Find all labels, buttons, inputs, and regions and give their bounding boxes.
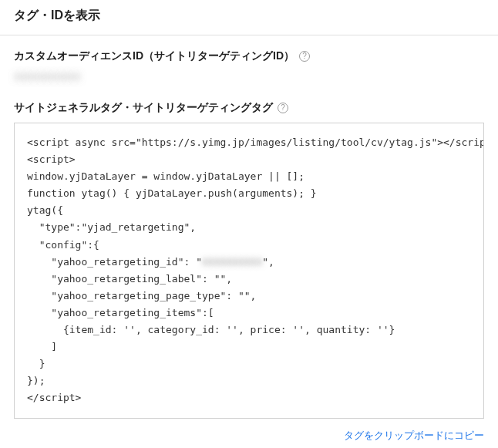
code-line: <script> bbox=[27, 153, 76, 165]
custom-audience-heading: カスタムオーディエンスID（サイトリターゲティングID） ? bbox=[14, 49, 484, 63]
code-line: "config":{ bbox=[27, 239, 99, 251]
site-tag-heading: サイトジェネラルタグ・サイトリターゲティングタグ ? bbox=[14, 101, 484, 115]
tag-code-box: <script async src="https://s.yimg.jp/ima… bbox=[14, 123, 484, 419]
code-line: <script async src="https://s.yimg.jp/ima… bbox=[27, 136, 484, 148]
code-line: window.yjDataLayer = window.yjDataLayer … bbox=[27, 170, 305, 182]
custom-audience-heading-text: カスタムオーディエンスID（サイトリターゲティングID） bbox=[14, 49, 294, 63]
code-line: "yahoo_retargeting_items":[ bbox=[27, 307, 214, 318]
copy-row: タグをクリップボードにコピー bbox=[0, 419, 498, 449]
code-line: {item_id: '', category_id: '', price: ''… bbox=[27, 324, 395, 335]
custom-audience-id-value: XXXXXXXXXX bbox=[14, 71, 484, 83]
site-tag-heading-text: サイトジェネラルタグ・サイトリターゲティングタグ bbox=[14, 101, 273, 115]
code-line: function ytag() { yjDataLayer.push(argum… bbox=[27, 187, 317, 199]
code-line: "type":"yjad_retargeting", bbox=[27, 221, 196, 233]
code-line: } bbox=[27, 358, 45, 369]
page-title: タグ・IDを表示 bbox=[0, 0, 498, 35]
copy-to-clipboard-link[interactable]: タグをクリップボードにコピー bbox=[344, 429, 484, 441]
code-line: ytag({ bbox=[27, 204, 63, 216]
content-area: カスタムオーディエンスID（サイトリターゲティングID） ? XXXXXXXXX… bbox=[0, 35, 498, 419]
code-line: "yahoo_retargeting_page_type": "", bbox=[27, 290, 256, 301]
code-line: ", bbox=[262, 256, 274, 268]
help-icon[interactable]: ? bbox=[278, 103, 288, 113]
code-line: ] bbox=[27, 341, 57, 352]
code-line: </script> bbox=[27, 392, 81, 403]
code-line: "yahoo_retargeting_id": " bbox=[27, 256, 202, 268]
code-line: }); bbox=[27, 375, 45, 386]
code-line: "yahoo_retargeting_label": "", bbox=[27, 273, 232, 285]
help-icon[interactable]: ? bbox=[299, 51, 310, 62]
retargeting-id-redacted: XXXXXXXXXX bbox=[202, 256, 262, 268]
